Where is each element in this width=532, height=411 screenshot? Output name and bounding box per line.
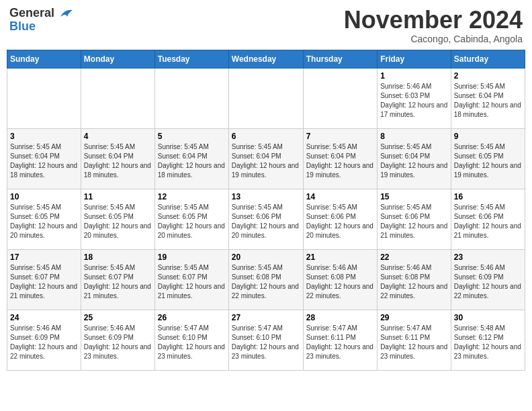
column-header-saturday: Saturday — [451, 50, 525, 68]
calendar-cell: 13Sunrise: 5:45 AMSunset: 6:06 PMDayligh… — [228, 189, 303, 249]
calendar-cell: 24Sunrise: 5:46 AMSunset: 6:09 PMDayligh… — [7, 310, 81, 370]
calendar-cell: 11Sunrise: 5:45 AMSunset: 6:05 PMDayligh… — [81, 189, 154, 249]
month-title: November 2024 — [344, 7, 523, 34]
day-info: Sunrise: 5:48 AMSunset: 6:12 PMDaylight:… — [454, 324, 522, 361]
calendar-cell — [154, 68, 228, 128]
day-number: 26 — [158, 313, 226, 322]
day-info: Sunrise: 5:46 AMSunset: 6:08 PMDaylight:… — [306, 263, 374, 301]
day-number: 12 — [158, 192, 226, 201]
calendar-cell: 23Sunrise: 5:46 AMSunset: 6:09 PMDayligh… — [451, 249, 525, 310]
calendar-cell: 19Sunrise: 5:45 AMSunset: 6:07 PMDayligh… — [154, 249, 228, 310]
calendar-cell: 14Sunrise: 5:45 AMSunset: 6:06 PMDayligh… — [303, 189, 377, 249]
day-number: 9 — [454, 132, 522, 141]
calendar-cell: 8Sunrise: 5:45 AMSunset: 6:04 PMDaylight… — [378, 128, 451, 189]
calendar-cell: 28Sunrise: 5:47 AMSunset: 6:11 PMDayligh… — [303, 310, 377, 370]
day-info: Sunrise: 5:45 AMSunset: 6:06 PMDaylight:… — [454, 203, 522, 240]
day-info: Sunrise: 5:45 AMSunset: 6:04 PMDaylight:… — [84, 142, 152, 180]
day-number: 24 — [10, 313, 78, 322]
calendar-header-row: SundayMondayTuesdayWednesdayThursdayFrid… — [7, 50, 525, 68]
day-number: 22 — [380, 253, 448, 262]
day-info: Sunrise: 5:47 AMSunset: 6:10 PMDaylight:… — [158, 324, 226, 361]
day-info: Sunrise: 5:45 AMSunset: 6:05 PMDaylight:… — [84, 203, 152, 240]
calendar-cell: 15Sunrise: 5:45 AMSunset: 6:06 PMDayligh… — [378, 189, 451, 249]
calendar-cell: 5Sunrise: 5:45 AMSunset: 6:04 PMDaylight… — [154, 128, 228, 189]
calendar-cell: 18Sunrise: 5:45 AMSunset: 6:07 PMDayligh… — [81, 249, 154, 310]
day-number: 8 — [380, 132, 448, 141]
logo-text: General Blue — [9, 7, 74, 34]
calendar-cell: 6Sunrise: 5:45 AMSunset: 6:04 PMDaylight… — [228, 128, 303, 189]
calendar-cell: 16Sunrise: 5:45 AMSunset: 6:06 PMDayligh… — [451, 189, 525, 249]
day-number: 2 — [454, 71, 522, 81]
logo-general: General — [9, 6, 54, 19]
column-header-wednesday: Wednesday — [228, 50, 303, 68]
day-number: 11 — [84, 192, 152, 201]
day-info: Sunrise: 5:46 AMSunset: 6:08 PMDaylight:… — [380, 263, 448, 301]
day-number: 20 — [232, 253, 300, 262]
logo-blue: Blue — [9, 20, 74, 34]
calendar-cell: 7Sunrise: 5:45 AMSunset: 6:04 PMDaylight… — [303, 128, 377, 189]
day-info: Sunrise: 5:45 AMSunset: 6:05 PMDaylight:… — [454, 142, 522, 180]
week-row-1: 1Sunrise: 5:46 AMSunset: 6:03 PMDaylight… — [7, 68, 525, 128]
day-info: Sunrise: 5:46 AMSunset: 6:03 PMDaylight:… — [380, 82, 448, 120]
day-info: Sunrise: 5:46 AMSunset: 6:09 PMDaylight:… — [10, 324, 78, 361]
day-info: Sunrise: 5:45 AMSunset: 6:07 PMDaylight:… — [158, 263, 226, 301]
day-info: Sunrise: 5:45 AMSunset: 6:07 PMDaylight:… — [10, 263, 78, 301]
day-number: 18 — [84, 253, 152, 262]
calendar-cell: 30Sunrise: 5:48 AMSunset: 6:12 PMDayligh… — [451, 310, 525, 370]
column-header-monday: Monday — [81, 50, 154, 68]
calendar-cell: 20Sunrise: 5:45 AMSunset: 6:08 PMDayligh… — [228, 249, 303, 310]
day-number: 7 — [306, 132, 374, 141]
day-number: 6 — [232, 132, 300, 141]
calendar-table: SundayMondayTuesdayWednesdayThursdayFrid… — [7, 50, 525, 371]
day-info: Sunrise: 5:47 AMSunset: 6:11 PMDaylight:… — [306, 324, 374, 361]
calendar-cell: 10Sunrise: 5:45 AMSunset: 6:05 PMDayligh… — [7, 189, 81, 249]
day-number: 30 — [454, 313, 522, 322]
day-number: 13 — [232, 192, 300, 201]
day-info: Sunrise: 5:45 AMSunset: 6:04 PMDaylight:… — [10, 142, 78, 180]
day-number: 4 — [84, 132, 152, 141]
day-info: Sunrise: 5:45 AMSunset: 6:04 PMDaylight:… — [158, 142, 226, 180]
calendar-cell — [7, 68, 81, 128]
day-number: 25 — [84, 313, 152, 322]
day-number: 5 — [158, 132, 226, 141]
day-info: Sunrise: 5:45 AMSunset: 6:04 PMDaylight:… — [232, 142, 300, 180]
day-info: Sunrise: 5:45 AMSunset: 6:05 PMDaylight:… — [10, 203, 78, 240]
day-info: Sunrise: 5:46 AMSunset: 6:09 PMDaylight:… — [84, 324, 152, 361]
calendar-cell — [303, 68, 377, 128]
column-header-thursday: Thursday — [303, 50, 377, 68]
calendar-cell — [81, 68, 154, 128]
calendar-cell: 17Sunrise: 5:45 AMSunset: 6:07 PMDayligh… — [7, 249, 81, 310]
calendar-cell: 2Sunrise: 5:45 AMSunset: 6:04 PMDaylight… — [451, 68, 525, 128]
logo: General Blue — [9, 7, 74, 34]
day-number: 17 — [10, 253, 78, 262]
day-number: 19 — [158, 253, 226, 262]
day-info: Sunrise: 5:47 AMSunset: 6:11 PMDaylight:… — [380, 324, 448, 361]
week-row-3: 10Sunrise: 5:45 AMSunset: 6:05 PMDayligh… — [7, 189, 525, 249]
calendar-cell: 3Sunrise: 5:45 AMSunset: 6:04 PMDaylight… — [7, 128, 81, 189]
calendar-cell: 26Sunrise: 5:47 AMSunset: 6:10 PMDayligh… — [154, 310, 228, 370]
day-number: 14 — [306, 192, 374, 201]
day-info: Sunrise: 5:45 AMSunset: 6:06 PMDaylight:… — [232, 203, 300, 240]
calendar-cell: 27Sunrise: 5:47 AMSunset: 6:10 PMDayligh… — [228, 310, 303, 370]
logo-bird-icon — [59, 7, 74, 19]
day-info: Sunrise: 5:47 AMSunset: 6:10 PMDaylight:… — [232, 324, 300, 361]
day-number: 15 — [380, 192, 448, 201]
calendar-cell: 1Sunrise: 5:46 AMSunset: 6:03 PMDaylight… — [378, 68, 451, 128]
page-header: General Blue November 2024 Cacongo, Cabi… — [7, 7, 525, 44]
day-number: 3 — [10, 132, 78, 141]
day-number: 28 — [306, 313, 374, 322]
calendar-cell — [228, 68, 303, 128]
day-number: 16 — [454, 192, 522, 201]
location: Cacongo, Cabinda, Angola — [344, 34, 523, 44]
week-row-2: 3Sunrise: 5:45 AMSunset: 6:04 PMDaylight… — [7, 128, 525, 189]
day-info: Sunrise: 5:45 AMSunset: 6:04 PMDaylight:… — [454, 82, 522, 120]
calendar-cell: 21Sunrise: 5:46 AMSunset: 6:08 PMDayligh… — [303, 249, 377, 310]
day-number: 29 — [380, 313, 448, 322]
calendar-cell: 9Sunrise: 5:45 AMSunset: 6:05 PMDaylight… — [451, 128, 525, 189]
day-info: Sunrise: 5:45 AMSunset: 6:05 PMDaylight:… — [158, 203, 226, 240]
calendar-cell: 12Sunrise: 5:45 AMSunset: 6:05 PMDayligh… — [154, 189, 228, 249]
column-header-tuesday: Tuesday — [154, 50, 228, 68]
day-info: Sunrise: 5:45 AMSunset: 6:06 PMDaylight:… — [306, 203, 374, 240]
day-number: 21 — [306, 253, 374, 262]
day-number: 23 — [454, 253, 522, 262]
